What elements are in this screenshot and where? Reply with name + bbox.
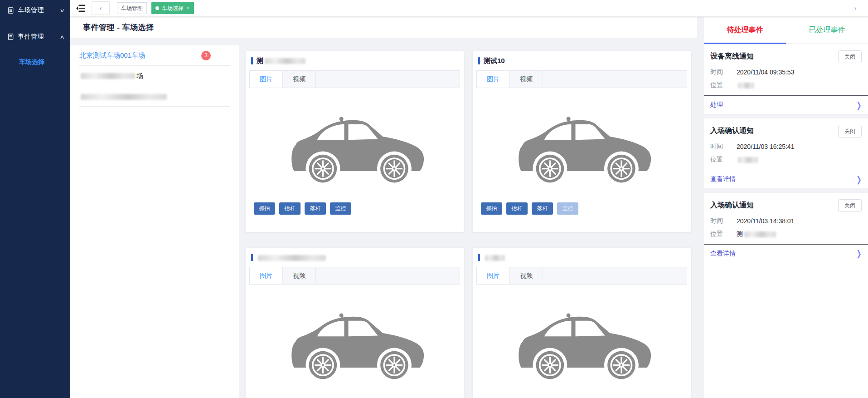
event-location	[737, 157, 759, 163]
tab-image[interactable]: 图片	[250, 267, 283, 284]
tabs-scroll-right-button[interactable]: ›	[846, 1, 864, 15]
channel-actions: 抓拍 抬杆 落杆 监控	[246, 202, 464, 215]
event-time: 2020/11/03 16:25:41	[737, 143, 794, 150]
title-accent-bar	[251, 254, 253, 261]
event-close-button[interactable]: 关闭	[838, 199, 862, 212]
tags-view-bar: ‹ 车场管理 车场选择 × ›	[70, 0, 868, 17]
active-dot-icon	[155, 6, 159, 10]
tab-pending-events[interactable]: 待处理事件	[704, 17, 786, 44]
tab-processed-events[interactable]: 已处理事件	[786, 17, 868, 44]
title-accent-bar	[478, 254, 480, 261]
sidebar: 车场管理 ∨ 事件管理 ∧ 车场选择	[0, 0, 70, 398]
event-time: 2020/11/04 09:35:53	[737, 69, 794, 76]
chevron-right-icon: ❯	[856, 100, 862, 110]
sidebar-item-event-management[interactable]: 事件管理 ∧	[0, 26, 70, 47]
monitor-button[interactable]: 监控	[330, 202, 351, 215]
tab-image[interactable]: 图片	[477, 267, 510, 284]
title-accent-bar	[251, 57, 253, 64]
sidebar-item-label: 车场管理	[18, 6, 60, 15]
raise-barrier-button[interactable]: 抬杆	[279, 202, 301, 215]
channel-card-header	[473, 248, 691, 267]
sidebar-subitem-lot-select[interactable]: 车场选择	[0, 53, 70, 71]
event-location: 测	[737, 230, 777, 238]
channel-cards-area: 测 图片 视频 抓拍 抬杆 落杆 监控 测试10 图片	[245, 51, 691, 398]
sidebar-item-label: 事件管理	[18, 33, 60, 41]
tab-video[interactable]: 视频	[283, 71, 316, 88]
car-icon	[507, 106, 657, 184]
collapse-sidebar-icon[interactable]	[76, 5, 85, 12]
event-action-link[interactable]: 查看详情	[710, 175, 856, 183]
page-header: 事件管理 - 车场选择	[70, 17, 697, 38]
monitor-button-disabled: 监控	[557, 202, 578, 215]
event-close-button[interactable]: 关闭	[838, 125, 862, 138]
tag-label: 车场选择	[162, 5, 184, 12]
event-action-link[interactable]: 处理	[710, 101, 856, 109]
redacted-text	[81, 73, 135, 79]
event-card: 设备离线通知 关闭 时间 2020/11/04 09:35:53 位置 处理 ❯	[704, 44, 868, 114]
redacted-text	[485, 255, 505, 261]
location-label: 位置	[710, 230, 730, 238]
media-tabs: 图片 视频	[249, 70, 460, 88]
media-tabs: 图片 视频	[476, 267, 687, 285]
time-label: 时间	[710, 68, 730, 76]
event-close-button[interactable]: 关闭	[838, 50, 862, 63]
lot-list-item[interactable]: 场	[79, 66, 230, 86]
tabs-scroll-left-button[interactable]: ‹	[92, 1, 110, 15]
divider	[704, 188, 868, 193]
redacted-text	[258, 255, 326, 261]
sidebar-item-parking-management[interactable]: 车场管理 ∨	[0, 0, 70, 21]
channel-card: 测 图片 视频 抓拍 抬杆 落杆 监控	[245, 51, 464, 232]
channel-title: 测	[257, 57, 307, 65]
redacted-text	[744, 231, 776, 237]
location-label: 位置	[710, 156, 730, 164]
channel-card: 图片 视频 抓拍 抬杆 落杆 监控	[472, 247, 691, 398]
chevron-down-icon: ∨	[59, 8, 64, 14]
raise-barrier-button[interactable]: 抬杆	[506, 202, 528, 215]
channel-title	[484, 254, 506, 261]
media-tabs: 图片 视频	[249, 267, 460, 285]
lower-barrier-button[interactable]: 落杆	[532, 202, 553, 215]
channel-card: 测试10 图片 视频 抓拍 抬杆 落杆 监控	[472, 51, 691, 232]
lower-barrier-button[interactable]: 落杆	[305, 202, 326, 215]
tab-video[interactable]: 视频	[283, 267, 316, 284]
time-label: 时间	[710, 142, 730, 151]
capture-button[interactable]: 抓拍	[254, 202, 275, 215]
channel-title	[257, 254, 327, 261]
tab-video[interactable]: 视频	[510, 267, 543, 284]
events-tabs: 待处理事件 已处理事件	[704, 17, 868, 44]
event-action-row[interactable]: 查看详情 ❯	[710, 170, 862, 188]
tag-parking-management[interactable]: 车场管理	[117, 2, 147, 14]
event-card: 入场确认通知 关闭 时间 2020/11/03 14:38:01 位置 测 查看…	[704, 193, 868, 263]
chevron-right-icon: ❯	[856, 175, 862, 184]
tab-video[interactable]: 视频	[510, 71, 543, 88]
lot-list-item[interactable]	[79, 86, 230, 107]
event-title: 入场确认通知	[710, 199, 838, 210]
document-icon	[7, 7, 14, 14]
event-action-row[interactable]: 查看详情 ❯	[710, 245, 862, 263]
channel-actions: 抓拍 抬杆 落杆 监控	[473, 202, 691, 215]
close-icon[interactable]: ×	[187, 5, 190, 11]
active-tab-underline	[704, 43, 786, 44]
event-time: 2020/11/03 14:38:01	[737, 217, 794, 225]
tab-image[interactable]: 图片	[477, 71, 510, 88]
lot-name: 场	[79, 72, 230, 80]
event-action-link[interactable]: 查看详情	[710, 250, 856, 258]
event-action-row[interactable]: 处理 ❯	[710, 96, 862, 114]
tag-lot-select-active[interactable]: 车场选择 ×	[151, 2, 194, 14]
lot-list-panel: 北京测试车场001车场 3 场	[70, 45, 239, 398]
vehicle-image	[246, 88, 464, 202]
page-title: 事件管理 - 车场选择	[83, 22, 154, 33]
event-card: 入场确认通知 关闭 时间 2020/11/03 16:25:41 位置 查看详情…	[704, 118, 868, 188]
lot-list-item[interactable]: 北京测试车场001车场 3	[79, 45, 230, 66]
chevron-right-icon: ❯	[856, 249, 862, 259]
channel-card-header	[246, 248, 464, 267]
channel-card: 图片 视频 抓拍 抬杆 落杆 监控	[245, 247, 464, 398]
chevron-left-icon: ‹	[100, 5, 102, 12]
title-accent-bar	[478, 57, 480, 64]
lot-name: 北京测试车场001车场	[79, 51, 201, 60]
vehicle-image	[473, 88, 691, 202]
channel-card-header: 测试10	[473, 51, 691, 70]
capture-button[interactable]: 抓拍	[481, 202, 502, 215]
tab-image[interactable]: 图片	[250, 71, 283, 88]
media-tabs: 图片 视频	[476, 70, 687, 88]
